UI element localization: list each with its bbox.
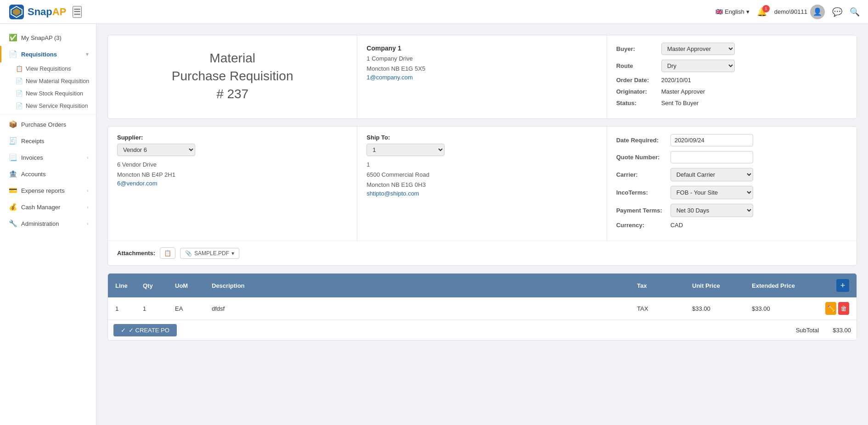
expense-reports-icon: 💳: [9, 186, 17, 195]
search-button[interactable]: 🔍: [850, 7, 860, 17]
route-row: Route Dry: [616, 60, 847, 72]
view-req-label: View Requisitions: [26, 66, 71, 72]
upload-icon: 📋: [164, 250, 171, 257]
requisitions-chevron-icon: ▾: [86, 51, 89, 57]
create-po-button[interactable]: ✓ ✓ CREATE PO: [113, 324, 177, 336]
incoterms-select[interactable]: FOB - Your Site: [671, 186, 753, 199]
language-button[interactable]: 🇬🇧 English ▾: [716, 8, 750, 15]
receipts-icon: 🧾: [9, 137, 17, 145]
cell-line: 1: [113, 304, 141, 313]
purchase-orders-icon: 📦: [9, 120, 17, 129]
edit-line-button[interactable]: ✏️: [825, 302, 836, 315]
ship-to-address1: 6500 Commercial Road: [366, 170, 597, 180]
sidebar-item-cash-manager[interactable]: 💰 Cash Manager ‹: [0, 199, 96, 215]
sidebar-item-administration[interactable]: 🔧 Administration ‹: [0, 215, 96, 232]
user-info[interactable]: demo\90111 👤: [774, 5, 825, 19]
check-circle-icon: ✅: [9, 34, 17, 42]
sidebar-item-accounts-label: Accounts: [21, 171, 45, 178]
col-header-actions: +: [823, 278, 851, 293]
carrier-label: Carrier:: [616, 171, 667, 178]
supplier-select[interactable]: Vendor 6: [117, 144, 195, 156]
subtotal-value: $33.00: [833, 327, 851, 334]
sidebar-item-mysnapap-label: My SnapAP (3): [21, 34, 62, 41]
cell-tax: TAX: [635, 304, 690, 313]
file-chip-sample[interactable]: 📎 SAMPLE.PDF ▾: [180, 248, 239, 259]
file-name: SAMPLE.PDF: [194, 250, 229, 257]
originator-row: Originator: Master Approver: [616, 88, 847, 95]
language-label: English: [725, 8, 744, 15]
sidebar-item-purchase-orders[interactable]: 📦 Purchase Orders: [0, 116, 96, 133]
new-stock-icon: 📄: [16, 90, 23, 97]
ship-to-line1: 1: [366, 160, 597, 170]
top-nav: SnapAP ☰ 🇬🇧 English ▾ 🔔 1 demo\90111 👤 💬…: [0, 0, 868, 24]
meta-block: Buyer: Master Approver Route Dry Order D…: [607, 35, 857, 118]
ship-to-select[interactable]: 1: [366, 144, 445, 156]
date-required-input[interactable]: [671, 134, 753, 146]
payment-terms-select[interactable]: Net 30 Days: [671, 204, 753, 217]
date-required-label: Date Required:: [616, 137, 667, 144]
company-address2: Moncton NB E1G 5X5: [366, 64, 597, 74]
sidebar-item-new-material[interactable]: 📄 New Material Requisition: [16, 75, 96, 87]
sidebar-item-requisitions[interactable]: 📄 Requisitions ▾: [0, 46, 96, 62]
sidebar-item-new-stock[interactable]: 📄 New Stock Requisition: [16, 87, 96, 100]
carrier-select[interactable]: Default Carrier: [671, 168, 753, 181]
expense-reports-chevron-icon: ‹: [87, 188, 89, 193]
sidebar: ✅ My SnapAP (3) 📄 Requisitions ▾ 📋 View …: [0, 24, 96, 425]
requisitions-icon: 📄: [9, 50, 17, 58]
create-po-icon: ✓: [121, 327, 126, 334]
sidebar-item-accounts[interactable]: 🏦 Accounts: [0, 166, 96, 182]
sidebar-item-new-service[interactable]: 📄 New Service Requisition: [16, 100, 96, 112]
subtotal-label: SubTotal: [796, 327, 819, 334]
new-stock-label: New Stock Requisition: [26, 90, 83, 97]
company-name: Company 1: [366, 45, 597, 52]
administration-icon: 🔧: [9, 219, 17, 228]
cell-unit-price: $33.00: [690, 304, 750, 313]
administration-chevron-icon: ‹: [87, 221, 89, 226]
sup-ship-grid: Supplier: Vendor 6 6 Vendor Drive Moncto…: [108, 127, 857, 240]
chat-button[interactable]: 💬: [832, 7, 842, 17]
sidebar-item-receipts[interactable]: 🧾 Receipts: [0, 133, 96, 149]
sidebar-item-view-requisitions[interactable]: 📋 View Requisitions: [16, 62, 96, 75]
req-title-block: Material Purchase Requisition # 237: [108, 35, 357, 118]
buyer-select[interactable]: Master Approver: [661, 43, 735, 55]
cell-description: dfdsf: [210, 304, 635, 313]
add-line-button[interactable]: +: [836, 279, 849, 292]
sidebar-item-invoices-label: Invoices: [21, 154, 43, 161]
originator-label: Originator:: [616, 88, 658, 95]
currency-row: Currency: CAD: [616, 222, 847, 229]
incoterms-label: IncoTerms:: [616, 189, 667, 196]
sidebar-item-expense-reports-label: Expense reports: [21, 187, 65, 194]
quote-number-label: Quote Number:: [616, 154, 667, 161]
currency-value: CAD: [671, 222, 683, 229]
table-footer: ✓ ✓ CREATE PO SubTotal $33.00: [108, 320, 857, 340]
payment-terms-row: Payment Terms: Net 30 Days: [616, 204, 847, 217]
flag-icon: 🇬🇧: [716, 8, 723, 15]
upload-attachment-button[interactable]: 📋: [160, 247, 175, 259]
notification-button[interactable]: 🔔 1: [757, 7, 767, 17]
layout: ✅ My SnapAP (3) 📄 Requisitions ▾ 📋 View …: [0, 24, 868, 425]
attachments-row: Attachments: 📋 📎 SAMPLE.PDF ▾: [108, 240, 857, 265]
logo-snap: Snap: [28, 6, 52, 17]
logo-text: SnapAP: [28, 6, 66, 18]
req-title-line1: Material: [209, 51, 255, 65]
order-date-label: Order Date:: [616, 77, 658, 84]
logo: SnapAP: [8, 4, 66, 20]
sidebar-item-invoices[interactable]: 📃 Invoices ‹: [0, 149, 96, 166]
quote-number-input[interactable]: [671, 151, 753, 163]
sidebar-item-mysnapap[interactable]: ✅ My SnapAP (3): [0, 29, 96, 46]
supplier-label: Supplier:: [117, 134, 348, 141]
currency-label: Currency:: [616, 222, 667, 229]
route-select[interactable]: Dry: [661, 60, 735, 72]
company-block: Company 1 1 Company Drive Moncton NB E1G…: [357, 35, 607, 118]
cell-uom: EA: [173, 304, 210, 313]
ship-to-email: shtipto@shipto.com: [366, 190, 597, 197]
req-title: Material Purchase Requisition # 237: [117, 49, 348, 103]
hamburger-button[interactable]: ☰: [73, 6, 82, 18]
order-date-value: 2020/10/01: [661, 77, 691, 84]
company-email: 1@company.com: [366, 74, 597, 81]
supplier-address2: Moncton NB E4P 2H1: [117, 170, 348, 180]
originator-value: Master Approver: [661, 88, 705, 95]
delete-line-button[interactable]: 🗑: [838, 302, 849, 315]
sidebar-item-expense-reports[interactable]: 💳 Expense reports ‹: [0, 182, 96, 199]
col-header-unit-price: Unit Price: [690, 281, 750, 290]
